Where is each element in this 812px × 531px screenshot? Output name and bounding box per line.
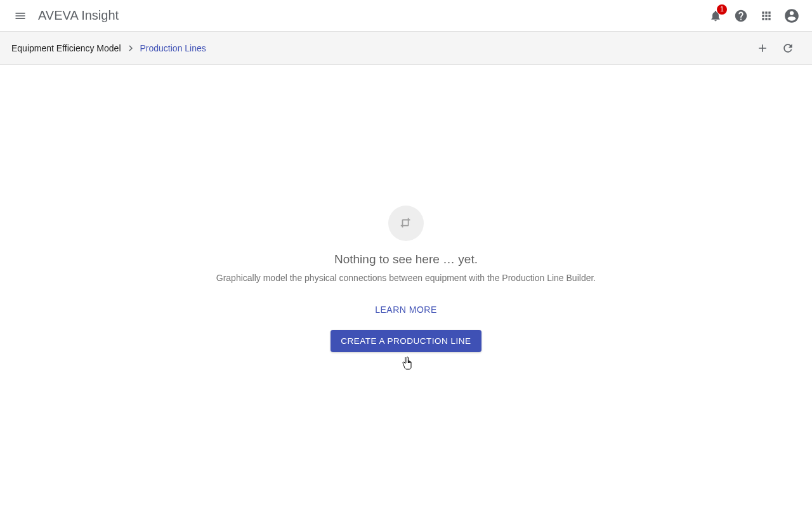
empty-state-subtitle: Graphically model the physical connectio… xyxy=(216,273,596,283)
notification-badge: 1 xyxy=(717,4,727,15)
crop-rotate-icon xyxy=(399,216,413,230)
refresh-button[interactable] xyxy=(775,36,801,61)
app-title: AVEVA Insight xyxy=(38,8,119,23)
empty-state-icon-circle xyxy=(388,206,424,241)
hamburger-menu-button[interactable] xyxy=(8,3,33,29)
help-button[interactable] xyxy=(728,3,754,29)
account-button[interactable] xyxy=(779,3,804,29)
main-content: Nothing to see here … yet. Graphically m… xyxy=(0,65,812,531)
refresh-icon xyxy=(782,42,794,55)
menu-icon xyxy=(14,10,27,22)
top-bar: AVEVA Insight 1 xyxy=(0,0,812,32)
breadcrumb-current[interactable]: Production Lines xyxy=(140,43,206,53)
create-production-line-button[interactable]: Create a Production Line xyxy=(331,330,481,352)
apps-button[interactable] xyxy=(754,3,779,29)
add-button[interactable] xyxy=(750,36,775,61)
breadcrumb-bar: Equipment Efficiency Model Production Li… xyxy=(0,32,812,65)
breadcrumb-root[interactable]: Equipment Efficiency Model xyxy=(11,43,121,53)
help-icon xyxy=(734,9,748,23)
account-circle-icon xyxy=(783,8,800,24)
plus-icon xyxy=(756,42,769,55)
notifications-button[interactable]: 1 xyxy=(703,3,728,29)
apps-grid-icon xyxy=(760,10,773,22)
empty-state-title: Nothing to see here … yet. xyxy=(334,252,478,266)
chevron-right-icon xyxy=(125,43,136,54)
learn-more-link[interactable]: Learn More xyxy=(367,299,445,320)
